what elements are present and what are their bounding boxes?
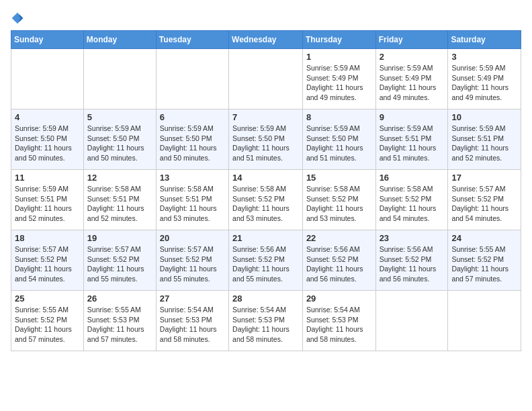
calendar-week-row: 25Sunrise: 5:55 AM Sunset: 5:52 PM Dayli… <box>11 291 521 351</box>
weekday-header-monday: Monday <box>83 31 156 49</box>
calendar-week-row: 11Sunrise: 5:59 AM Sunset: 5:51 PM Dayli… <box>11 170 521 230</box>
calendar-cell: 5Sunrise: 5:59 AM Sunset: 5:50 PM Daylig… <box>83 109 156 170</box>
calendar-table: SundayMondayTuesdayWednesdayThursdayFrid… <box>11 30 521 351</box>
calendar-cell: 15Sunrise: 5:58 AM Sunset: 5:52 PM Dayli… <box>302 170 375 230</box>
day-info: Sunrise: 5:58 AM Sunset: 5:52 PM Dayligh… <box>232 184 299 224</box>
day-info: Sunrise: 5:54 AM Sunset: 5:53 PM Dayligh… <box>306 305 372 345</box>
calendar-cell <box>229 49 303 109</box>
day-number: 14 <box>232 173 299 183</box>
weekday-header-sunday: Sunday <box>11 31 84 49</box>
calendar-cell: 23Sunrise: 5:56 AM Sunset: 5:52 PM Dayli… <box>375 230 448 291</box>
calendar-cell: 14Sunrise: 5:58 AM Sunset: 5:52 PM Dayli… <box>229 170 303 230</box>
day-number: 20 <box>160 233 225 243</box>
day-number: 13 <box>160 173 225 183</box>
calendar-cell: 3Sunrise: 5:59 AM Sunset: 5:49 PM Daylig… <box>448 49 521 109</box>
day-number: 9 <box>380 112 445 122</box>
day-number: 12 <box>87 173 152 183</box>
day-number: 22 <box>306 233 372 243</box>
calendar-cell: 16Sunrise: 5:58 AM Sunset: 5:52 PM Dayli… <box>375 170 448 230</box>
calendar-cell: 26Sunrise: 5:55 AM Sunset: 5:53 PM Dayli… <box>83 291 156 351</box>
day-number: 25 <box>15 293 80 304</box>
day-number: 19 <box>87 233 152 243</box>
day-info: Sunrise: 5:59 AM Sunset: 5:50 PM Dayligh… <box>232 124 299 163</box>
calendar-cell: 28Sunrise: 5:54 AM Sunset: 5:53 PM Dayli… <box>229 291 303 351</box>
calendar-week-row: 18Sunrise: 5:57 AM Sunset: 5:52 PM Dayli… <box>11 230 521 291</box>
day-info: Sunrise: 5:58 AM Sunset: 5:51 PM Dayligh… <box>160 184 225 224</box>
day-info: Sunrise: 5:57 AM Sunset: 5:52 PM Dayligh… <box>15 244 80 284</box>
day-info: Sunrise: 5:56 AM Sunset: 5:52 PM Dayligh… <box>232 244 299 284</box>
day-number: 5 <box>87 112 152 122</box>
logo <box>11 11 26 25</box>
day-number: 16 <box>380 173 445 183</box>
day-number: 11 <box>15 173 80 183</box>
day-info: Sunrise: 5:59 AM Sunset: 5:49 PM Dayligh… <box>451 63 517 103</box>
weekday-header-row: SundayMondayTuesdayWednesdayThursdayFrid… <box>11 31 521 49</box>
weekday-header-wednesday: Wednesday <box>229 31 303 49</box>
calendar-week-row: 4Sunrise: 5:59 AM Sunset: 5:50 PM Daylig… <box>11 109 521 170</box>
day-info: Sunrise: 5:59 AM Sunset: 5:50 PM Dayligh… <box>160 124 225 163</box>
calendar-cell <box>156 49 228 109</box>
calendar-cell: 22Sunrise: 5:56 AM Sunset: 5:52 PM Dayli… <box>302 230 375 291</box>
calendar-cell: 11Sunrise: 5:59 AM Sunset: 5:51 PM Dayli… <box>11 170 84 230</box>
calendar-cell: 29Sunrise: 5:54 AM Sunset: 5:53 PM Dayli… <box>302 291 375 351</box>
day-number: 15 <box>306 173 372 183</box>
day-info: Sunrise: 5:59 AM Sunset: 5:51 PM Dayligh… <box>15 184 80 224</box>
calendar-cell <box>448 291 521 351</box>
weekday-header-friday: Friday <box>375 31 448 49</box>
day-info: Sunrise: 5:59 AM Sunset: 5:50 PM Dayligh… <box>306 124 372 163</box>
day-info: Sunrise: 5:59 AM Sunset: 5:49 PM Dayligh… <box>380 63 445 103</box>
day-number: 18 <box>15 233 80 243</box>
calendar-cell: 4Sunrise: 5:59 AM Sunset: 5:50 PM Daylig… <box>11 109 84 170</box>
calendar-cell: 25Sunrise: 5:55 AM Sunset: 5:52 PM Dayli… <box>11 291 84 351</box>
calendar-cell: 27Sunrise: 5:54 AM Sunset: 5:53 PM Dayli… <box>156 291 228 351</box>
calendar-cell: 2Sunrise: 5:59 AM Sunset: 5:49 PM Daylig… <box>375 49 448 109</box>
calendar-cell: 10Sunrise: 5:59 AM Sunset: 5:51 PM Dayli… <box>448 109 521 170</box>
day-number: 2 <box>380 52 445 62</box>
day-number: 28 <box>232 293 299 304</box>
calendar-cell: 9Sunrise: 5:59 AM Sunset: 5:51 PM Daylig… <box>375 109 448 170</box>
calendar-cell: 12Sunrise: 5:58 AM Sunset: 5:51 PM Dayli… <box>83 170 156 230</box>
day-info: Sunrise: 5:56 AM Sunset: 5:52 PM Dayligh… <box>306 244 372 284</box>
calendar-cell: 24Sunrise: 5:55 AM Sunset: 5:52 PM Dayli… <box>448 230 521 291</box>
calendar-cell <box>83 49 156 109</box>
day-info: Sunrise: 5:54 AM Sunset: 5:53 PM Dayligh… <box>232 305 299 345</box>
calendar-cell <box>11 49 84 109</box>
day-info: Sunrise: 5:59 AM Sunset: 5:49 PM Dayligh… <box>306 63 372 103</box>
day-info: Sunrise: 5:55 AM Sunset: 5:53 PM Dayligh… <box>87 305 152 345</box>
day-number: 6 <box>160 112 225 122</box>
day-info: Sunrise: 5:58 AM Sunset: 5:51 PM Dayligh… <box>87 184 152 224</box>
weekday-header-saturday: Saturday <box>448 31 521 49</box>
day-info: Sunrise: 5:55 AM Sunset: 5:52 PM Dayligh… <box>15 305 80 345</box>
calendar-cell: 21Sunrise: 5:56 AM Sunset: 5:52 PM Dayli… <box>229 230 303 291</box>
day-info: Sunrise: 5:59 AM Sunset: 5:51 PM Dayligh… <box>380 124 445 163</box>
day-info: Sunrise: 5:57 AM Sunset: 5:52 PM Dayligh… <box>160 244 225 284</box>
calendar-cell: 17Sunrise: 5:57 AM Sunset: 5:52 PM Dayli… <box>448 170 521 230</box>
day-number: 1 <box>306 52 372 62</box>
day-info: Sunrise: 5:56 AM Sunset: 5:52 PM Dayligh… <box>380 244 445 284</box>
calendar-cell: 20Sunrise: 5:57 AM Sunset: 5:52 PM Dayli… <box>156 230 228 291</box>
day-number: 27 <box>160 293 225 304</box>
calendar-cell <box>375 291 448 351</box>
day-info: Sunrise: 5:58 AM Sunset: 5:52 PM Dayligh… <box>306 184 372 224</box>
day-number: 24 <box>451 233 517 243</box>
calendar-cell: 1Sunrise: 5:59 AM Sunset: 5:49 PM Daylig… <box>302 49 375 109</box>
day-number: 29 <box>306 293 372 304</box>
calendar-cell: 13Sunrise: 5:58 AM Sunset: 5:51 PM Dayli… <box>156 170 228 230</box>
calendar-cell: 6Sunrise: 5:59 AM Sunset: 5:50 PM Daylig… <box>156 109 228 170</box>
day-info: Sunrise: 5:57 AM Sunset: 5:52 PM Dayligh… <box>451 184 517 224</box>
day-info: Sunrise: 5:54 AM Sunset: 5:53 PM Dayligh… <box>160 305 225 345</box>
day-number: 3 <box>451 52 517 62</box>
calendar-cell: 8Sunrise: 5:59 AM Sunset: 5:50 PM Daylig… <box>302 109 375 170</box>
day-info: Sunrise: 5:57 AM Sunset: 5:52 PM Dayligh… <box>87 244 152 284</box>
day-number: 17 <box>451 173 517 183</box>
logo-icon <box>11 11 24 25</box>
calendar-week-row: 1Sunrise: 5:59 AM Sunset: 5:49 PM Daylig… <box>11 49 521 109</box>
day-number: 10 <box>451 112 517 122</box>
calendar-cell: 7Sunrise: 5:59 AM Sunset: 5:50 PM Daylig… <box>229 109 303 170</box>
page-header <box>11 11 521 25</box>
day-number: 4 <box>15 112 80 122</box>
day-number: 7 <box>232 112 299 122</box>
day-number: 23 <box>380 233 445 243</box>
day-info: Sunrise: 5:59 AM Sunset: 5:50 PM Dayligh… <box>87 124 152 163</box>
day-info: Sunrise: 5:59 AM Sunset: 5:50 PM Dayligh… <box>15 124 80 163</box>
